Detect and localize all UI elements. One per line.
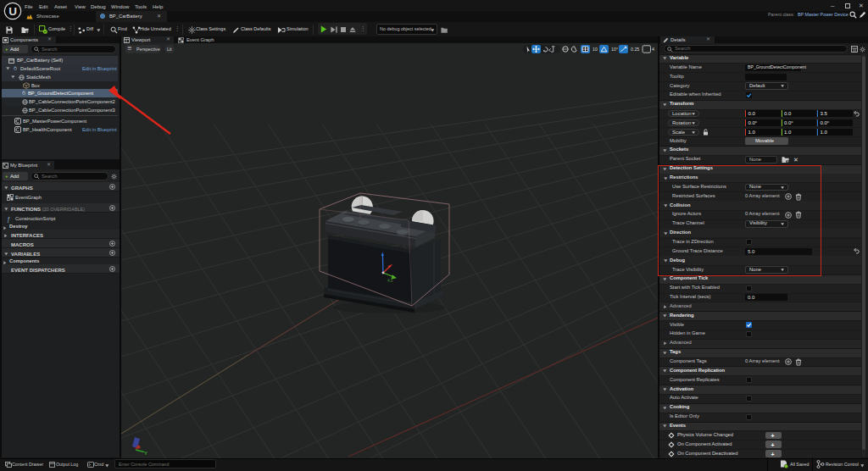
svg-text:U: U [8,5,17,18]
svg-text:4.0: 4.0 [387,279,393,283]
svg-text:Y: Y [144,451,147,456]
